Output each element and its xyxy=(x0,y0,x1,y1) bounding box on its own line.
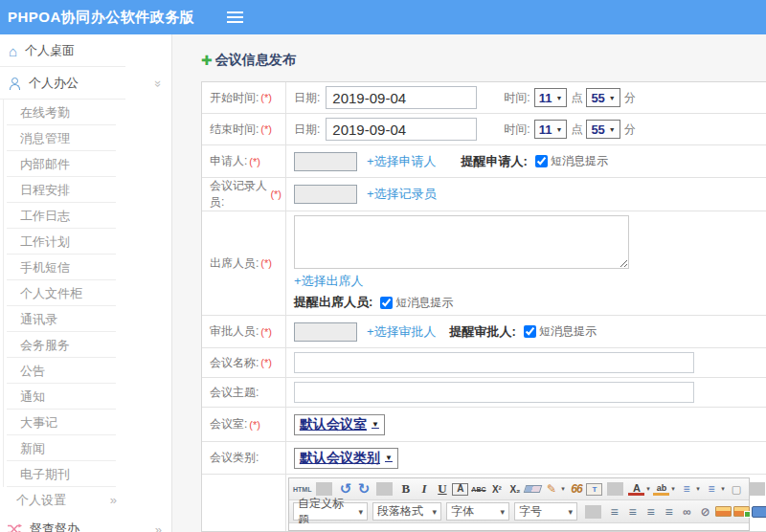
align-right-icon[interactable]: ≡ xyxy=(642,503,659,521)
new-page-icon[interactable]: ▢ xyxy=(728,480,744,498)
eraser-icon[interactable] xyxy=(524,485,543,493)
sidebar-subitem-label: 个人文件柜 xyxy=(20,285,82,302)
unordered-list-icon[interactable]: ≡ xyxy=(703,480,719,498)
font-border-icon[interactable]: A xyxy=(452,483,468,496)
separator[interactable] xyxy=(607,482,623,496)
italic-icon[interactable]: I xyxy=(416,480,432,498)
sidebar-subitem[interactable]: 会务服务 xyxy=(4,332,171,358)
heading-select[interactable]: 自定义标题 xyxy=(293,502,368,521)
choose-recorder-link[interactable]: +选择记录员 xyxy=(367,186,437,203)
dropdown-caret-icon[interactable]: ▾ xyxy=(669,480,676,498)
font-size-select[interactable]: 字号 xyxy=(514,502,577,521)
unlink-icon[interactable]: ⊘ xyxy=(697,503,713,521)
approver-input[interactable] xyxy=(294,322,357,342)
subscript-icon[interactable]: X₂ xyxy=(507,480,523,498)
ordered-list-icon[interactable]: ≡ xyxy=(678,480,694,498)
dropdown-caret-icon[interactable]: ▾ xyxy=(694,480,701,498)
attendees-sms-checkbox[interactable] xyxy=(380,297,393,309)
meeting-name-input[interactable] xyxy=(294,352,694,373)
sidebar-subitem[interactable]: 个人文件柜 xyxy=(4,280,171,306)
start-hour-select[interactable]: 11 xyxy=(534,88,568,107)
superscript-icon[interactable]: X² xyxy=(488,480,505,498)
required-mark: (*) xyxy=(249,419,260,431)
media-icon[interactable] xyxy=(752,506,766,518)
align-left-icon[interactable]: ≡ xyxy=(606,503,622,521)
start-minute-select[interactable]: 55 xyxy=(586,88,620,107)
sidebar-subitem-label: 工作计划 xyxy=(20,233,70,251)
link-icon[interactable]: ∞ xyxy=(679,503,695,521)
form-row-editor: HTML↺↻BIUAABCX²X₂✎▾66TA▾ab▾≡▾≡▾▢ 自定义标题段落… xyxy=(202,475,766,531)
separator[interactable] xyxy=(316,482,332,496)
date-label: 日期: xyxy=(294,90,320,106)
sidebar-item-supervision[interactable]: 督查督办 » xyxy=(0,513,171,532)
editor-toolbar-row1: HTML↺↻BIUAABCX²X₂✎▾66TA▾ab▾≡▾≡▾▢ xyxy=(289,478,749,500)
image-icon[interactable] xyxy=(715,506,732,517)
applicant-input[interactable] xyxy=(294,152,357,171)
sms-label: 短消息提示 xyxy=(551,153,608,169)
form-row-meeting-category: 会议类别: 默认会议类别 xyxy=(202,442,766,475)
app-window: PHPOA协同办公软件政务版 ⌂ 个人桌面 个人办公 » 在线考勤 消息管理 xyxy=(0,0,766,532)
paste-as-text-icon[interactable]: T xyxy=(586,483,602,496)
highlight-color-icon[interactable]: ab xyxy=(653,482,669,496)
font-family-select[interactable]: 字体 xyxy=(446,502,509,521)
start-date-input[interactable] xyxy=(326,86,477,109)
field-label: 开始时间: xyxy=(210,90,259,106)
attendees-textarea[interactable] xyxy=(294,215,629,269)
blockquote-icon[interactable]: 66 xyxy=(568,480,584,498)
font-color-icon[interactable]: A xyxy=(628,482,644,496)
sidebar-subitem-label: 大事记 xyxy=(20,414,57,432)
sidebar-item-desktop[interactable]: ⌂ 个人桌面 xyxy=(0,34,171,67)
required-mark: (*) xyxy=(270,188,282,200)
sidebar-subitem[interactable]: 通知 xyxy=(4,384,171,410)
separator[interactable] xyxy=(749,482,765,496)
sidebar-subitem[interactable]: 手机短信 xyxy=(4,255,171,280)
redo-icon[interactable]: ↻ xyxy=(355,480,372,498)
sidebar-subitem[interactable]: 工作日志 xyxy=(4,203,171,229)
meeting-subject-input[interactable] xyxy=(294,382,694,403)
sidebar-item-personal-office[interactable]: 个人办公 » xyxy=(0,67,171,100)
choose-applicant-link[interactable]: +选择申请人 xyxy=(367,153,437,170)
sidebar-subitem[interactable]: 新闻 xyxy=(4,435,171,461)
dropdown-caret-icon[interactable]: ▾ xyxy=(644,480,651,498)
remind-applicant-label: 提醒申请人: xyxy=(462,153,528,170)
dropdown-caret-icon[interactable]: ▾ xyxy=(719,480,726,498)
choose-attendees-link[interactable]: +选择出席人 xyxy=(294,273,364,290)
meeting-room-select[interactable]: 默认会议室 xyxy=(294,414,385,435)
applicant-sms-checkbox[interactable] xyxy=(535,155,548,167)
align-center-icon[interactable]: ≡ xyxy=(624,503,641,521)
form-row-end-time: 结束时间:(*) 日期: 时间: 11 点 55 分 xyxy=(202,114,766,145)
menu-icon[interactable] xyxy=(227,11,243,23)
end-minute-select[interactable]: 55 xyxy=(586,120,620,139)
editor-content-area[interactable] xyxy=(289,523,749,530)
sidebar-subitem-label: 公告 xyxy=(20,363,45,380)
sidebar-subitem[interactable]: 工作计划 xyxy=(4,229,171,255)
sidebar-subitem[interactable]: 内部邮件 xyxy=(4,151,171,177)
sidebar-item-settings[interactable]: 个人设置 » xyxy=(0,487,171,513)
paragraph-format-select[interactable]: 段落格式 xyxy=(372,502,441,521)
sidebar-subitem[interactable]: 电子期刊 xyxy=(4,461,171,487)
sidebar-subitem[interactable]: 消息管理 xyxy=(4,125,171,151)
choose-approver-link[interactable]: +选择审批人 xyxy=(367,323,437,341)
approver-sms-checkbox[interactable] xyxy=(524,325,536,338)
image-upload-icon[interactable] xyxy=(733,506,750,517)
rich-text-editor: HTML↺↻BIUAABCX²X₂✎▾66TA▾ab▾≡▾≡▾▢ 自定义标题段落… xyxy=(288,477,750,531)
remind-approver-label: 提醒审批人: xyxy=(450,323,516,341)
sidebar-subitem[interactable]: 在线考勤 xyxy=(4,100,171,125)
format-brush-icon[interactable]: ✎ xyxy=(543,480,559,498)
recorder-input[interactable] xyxy=(294,185,357,204)
dropdown-caret-icon[interactable]: ▾ xyxy=(559,480,566,498)
end-date-input[interactable] xyxy=(326,118,477,141)
align-justify-icon[interactable]: ≡ xyxy=(661,503,677,521)
end-hour-select[interactable]: 11 xyxy=(534,120,568,139)
bold-icon[interactable]: B xyxy=(397,480,414,498)
sidebar-subitem[interactable]: 大事记 xyxy=(4,410,171,435)
strikethrough-icon[interactable]: ABC xyxy=(470,480,486,498)
separator xyxy=(585,505,601,519)
required-mark: (*) xyxy=(249,156,260,167)
sidebar-subitem[interactable]: 日程安排 xyxy=(4,177,171,203)
meeting-category-select[interactable]: 默认会议类别 xyxy=(294,448,398,469)
sidebar-subitem[interactable]: 通讯录 xyxy=(4,306,171,332)
sidebar-subitem[interactable]: 公告 xyxy=(4,358,171,384)
separator[interactable] xyxy=(376,482,393,496)
underline-icon[interactable]: U xyxy=(434,480,450,498)
